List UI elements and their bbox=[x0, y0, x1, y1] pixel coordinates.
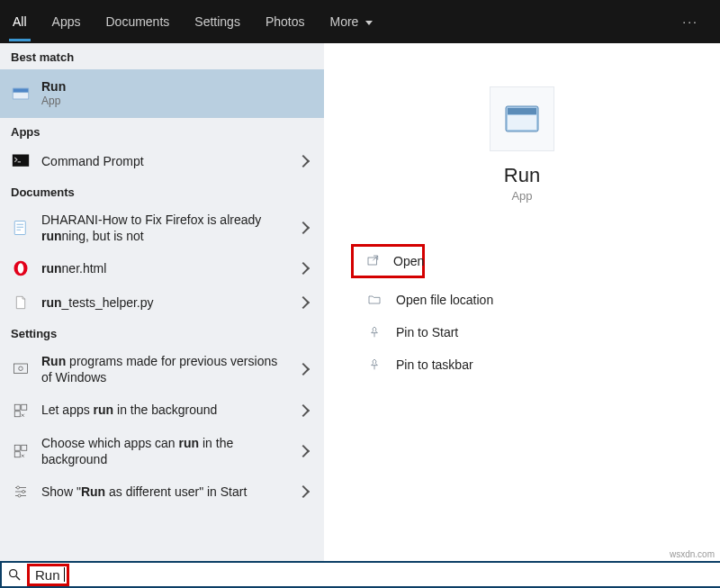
chevron-right-icon bbox=[297, 155, 310, 167]
pin-icon bbox=[365, 356, 383, 374]
sliders-icon bbox=[11, 482, 31, 502]
result-labels: DHARANI-How to Fix Firefox is already ru… bbox=[41, 212, 288, 244]
result-title: run_tests_helper.py bbox=[41, 294, 288, 311]
detail-actions: Open Open file location Pin to Start Pin… bbox=[346, 244, 698, 381]
svg-line-31 bbox=[16, 576, 20, 580]
result-labels: runner.html bbox=[41, 260, 288, 276]
result-labels: Run programs made for previous versions … bbox=[41, 353, 288, 385]
detail-title: Run bbox=[346, 164, 698, 187]
svg-rect-13 bbox=[14, 404, 20, 410]
result-title: Command Prompt bbox=[41, 153, 288, 169]
svg-point-30 bbox=[10, 570, 17, 577]
result-settings-choose-background-apps[interactable]: Choose which apps can run in the backgro… bbox=[0, 428, 324, 475]
open-icon bbox=[366, 252, 381, 270]
result-subtitle: App bbox=[41, 95, 313, 109]
chevron-down-icon bbox=[365, 21, 373, 25]
result-labels: Let apps run in the background bbox=[41, 402, 288, 418]
svg-rect-14 bbox=[22, 404, 27, 410]
svg-point-24 bbox=[18, 494, 21, 497]
run-icon bbox=[11, 84, 31, 104]
result-settings-run-as-different-user[interactable]: Show "Run as different user" in Start bbox=[0, 475, 324, 509]
detail-panel: Run App Open Open file location Pin t bbox=[324, 43, 720, 561]
svg-line-29 bbox=[373, 256, 377, 260]
search-input[interactable]: Run bbox=[32, 566, 64, 583]
svg-point-20 bbox=[17, 486, 20, 489]
top-tab-bar: All Apps Documents Settings Photos More … bbox=[0, 0, 720, 43]
chevron-right-icon bbox=[297, 222, 310, 234]
opera-icon bbox=[11, 258, 31, 278]
svg-point-22 bbox=[22, 490, 25, 493]
result-doc-dharani[interactable]: DHARANI-How to Fix Firefox is already ru… bbox=[0, 204, 324, 251]
section-apps: Apps bbox=[0, 118, 324, 144]
result-title: Run bbox=[41, 78, 313, 95]
result-title: Show "Run as different user" in Start bbox=[41, 484, 288, 500]
svg-point-12 bbox=[19, 366, 23, 371]
folder-icon bbox=[365, 291, 383, 309]
file-icon bbox=[11, 293, 31, 312]
action-pin-to-start[interactable]: Pin to Start bbox=[346, 316, 698, 348]
tab-all[interactable]: All bbox=[0, 0, 40, 43]
app-tile-icon bbox=[490, 86, 554, 151]
chevron-right-icon bbox=[297, 403, 310, 416]
tab-label: More bbox=[329, 14, 358, 29]
action-label: Open file location bbox=[396, 293, 493, 307]
main-content: Best match Run App Apps Command Prompt D… bbox=[0, 43, 720, 561]
result-doc-runner-html[interactable]: runner.html bbox=[0, 251, 324, 285]
watermark: wsxdn.com bbox=[670, 549, 715, 559]
search-icon bbox=[7, 567, 22, 582]
search-input-highlight: Run bbox=[27, 564, 69, 586]
result-run-app[interactable]: Run App bbox=[0, 69, 324, 118]
result-title: runner.html bbox=[41, 260, 288, 276]
svg-rect-11 bbox=[14, 364, 28, 374]
svg-rect-27 bbox=[508, 115, 536, 130]
detail-subtitle: App bbox=[346, 189, 698, 203]
chevron-right-icon bbox=[297, 445, 310, 457]
note-icon bbox=[11, 218, 31, 238]
tab-more[interactable]: More bbox=[317, 0, 385, 43]
section-documents: Documents bbox=[0, 178, 324, 204]
result-title: Run programs made for previous versions … bbox=[41, 353, 288, 385]
svg-point-10 bbox=[18, 263, 24, 274]
result-title: Let apps run in the background bbox=[41, 402, 288, 418]
result-title: DHARANI-How to Fix Firefox is already ru… bbox=[41, 212, 288, 244]
background-apps-icon bbox=[11, 401, 31, 421]
result-settings-compat[interactable]: Run programs made for previous versions … bbox=[0, 346, 324, 393]
results-panel: Best match Run App Apps Command Prompt D… bbox=[0, 43, 324, 561]
tab-settings[interactable]: Settings bbox=[182, 0, 253, 43]
section-best-match: Best match bbox=[0, 43, 324, 69]
svg-rect-17 bbox=[22, 445, 27, 450]
result-settings-background-apps[interactable]: Let apps run in the background bbox=[0, 394, 324, 428]
action-open[interactable]: Open bbox=[351, 244, 425, 278]
search-bar[interactable]: Run bbox=[0, 561, 720, 588]
action-label: Open bbox=[393, 254, 424, 268]
action-pin-to-taskbar[interactable]: Pin to taskbar bbox=[346, 348, 698, 381]
background-apps-icon bbox=[11, 441, 31, 461]
action-open-file-location[interactable]: Open file location bbox=[346, 284, 698, 316]
result-labels: Run App bbox=[41, 78, 313, 109]
chevron-right-icon bbox=[297, 296, 310, 309]
tab-apps[interactable]: Apps bbox=[40, 0, 94, 43]
svg-rect-26 bbox=[508, 108, 536, 114]
result-doc-run-tests-helper[interactable]: run_tests_helper.py bbox=[0, 285, 324, 320]
chevron-right-icon bbox=[297, 485, 310, 498]
more-options-button[interactable]: ··· bbox=[670, 14, 711, 29]
result-labels: Show "Run as different user" in Start bbox=[41, 484, 288, 500]
result-labels: Choose which apps can run in the backgro… bbox=[41, 435, 288, 467]
detail-header: Run App bbox=[346, 86, 698, 203]
settings-icon bbox=[11, 359, 31, 379]
svg-rect-5 bbox=[14, 221, 25, 234]
svg-rect-3 bbox=[13, 154, 29, 166]
terminal-icon bbox=[11, 151, 31, 171]
svg-rect-1 bbox=[14, 88, 29, 92]
action-label: Pin to taskbar bbox=[396, 357, 473, 372]
tab-photos[interactable]: Photos bbox=[253, 0, 318, 43]
tab-documents[interactable]: Documents bbox=[93, 0, 182, 43]
result-command-prompt[interactable]: Command Prompt bbox=[0, 144, 324, 178]
svg-rect-15 bbox=[14, 411, 20, 416]
result-title: Choose which apps can run in the backgro… bbox=[41, 435, 288, 467]
svg-rect-18 bbox=[14, 451, 20, 457]
action-label: Pin to Start bbox=[396, 325, 458, 339]
svg-rect-2 bbox=[14, 93, 29, 98]
chevron-right-icon bbox=[297, 262, 310, 275]
result-labels: Command Prompt bbox=[41, 153, 288, 169]
